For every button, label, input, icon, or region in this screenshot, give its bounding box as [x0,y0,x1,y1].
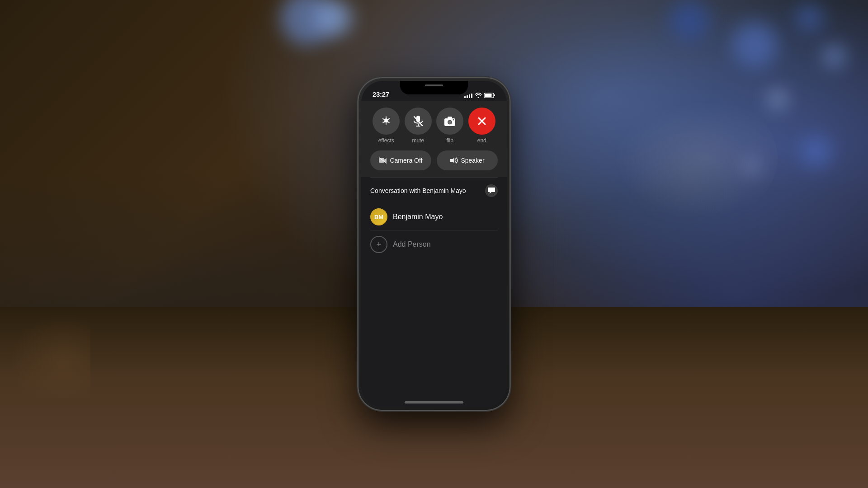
mute-icon-circle [405,108,432,135]
signal-icon [464,93,472,98]
end-x-icon [476,116,487,127]
plus-icon: + [377,240,382,249]
effects-label: effects [378,137,394,144]
end-label: end [477,137,486,144]
camera-off-button[interactable]: Camera Off [370,150,431,170]
wifi-icon [475,93,482,98]
participant-avatar: BM [370,208,387,225]
call-controls: effects [361,101,507,177]
bokeh-3 [732,23,778,68]
status-icons [464,93,495,98]
participant-row: BM Benjamin Mayo [370,204,498,230]
mute-label: mute [412,137,424,144]
notch [400,81,468,94]
bokeh-7 [769,90,787,108]
conversation-title: Conversation with Benjamin Mayo [370,187,466,194]
effects-icon-circle [373,108,400,135]
effects-star-icon [380,115,392,127]
add-person-row[interactable]: + Add Person [370,230,498,258]
iphone-frame: 23:27 [357,77,511,411]
screen-content: effects [361,101,507,407]
mute-button[interactable]: mute [405,108,432,144]
camera-off-icon [379,157,387,164]
bokeh-6 [669,0,710,41]
status-time: 23:27 [373,90,389,98]
message-bubble-icon [488,188,495,194]
svg-rect-10 [448,117,452,119]
effects-button[interactable]: effects [373,108,400,144]
participant-initials: BM [374,214,383,221]
bokeh-8 [800,136,832,167]
conversation-header: Conversation with Benjamin Mayo [370,184,498,197]
add-person-label: Add Person [393,240,431,249]
end-call-button[interactable]: end [468,108,495,144]
shoe-decoration [597,90,778,226]
speaker-icon [450,157,458,164]
hand-decoration [0,307,90,398]
battery-icon [484,93,495,98]
svg-marker-16 [450,158,454,163]
wide-buttons-row: Camera Off Speaker [370,150,498,170]
conversation-section: Conversation with Benjamin Mayo BM Benja… [361,178,507,265]
flip-icon-circle [436,108,463,135]
bokeh-4 [796,5,823,32]
speaker-label: Speaker [461,157,484,164]
button-grid: effects [370,108,498,144]
flip-label: flip [447,137,453,144]
speaker-button[interactable]: Speaker [437,150,498,170]
svg-point-11 [453,119,454,121]
message-bubble-button[interactable] [485,184,498,197]
bokeh-2 [316,0,353,36]
svg-point-9 [448,121,451,124]
flip-button[interactable]: flip [436,108,463,144]
bokeh-5 [823,45,845,68]
iphone-wrapper: 23:27 [357,77,511,411]
mute-icon [412,115,424,127]
svg-rect-2 [485,94,492,97]
end-icon-circle [468,108,495,135]
flip-camera-icon [443,115,456,127]
pull-handle [425,84,443,86]
add-person-icon: + [370,236,387,253]
svg-rect-1 [494,94,495,96]
home-indicator[interactable] [405,401,463,404]
participant-name: Benjamin Mayo [393,213,443,221]
camera-off-label: Camera Off [390,157,422,164]
iphone-screen: 23:27 [361,81,507,407]
